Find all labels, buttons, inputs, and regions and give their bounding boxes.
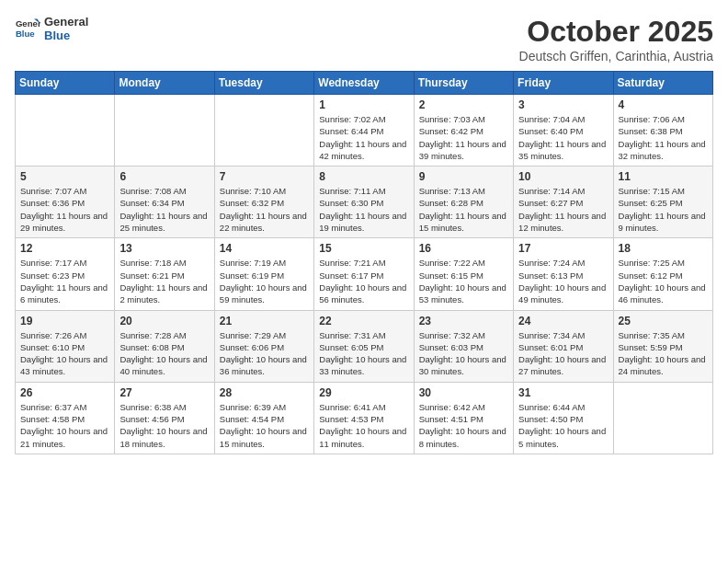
weekday-tuesday: Tuesday (214, 72, 313, 95)
day-info: Sunrise: 7:25 AM Sunset: 6:12 PM Dayligh… (619, 257, 708, 305)
day-cell: 14Sunrise: 7:19 AM Sunset: 6:19 PM Dayli… (214, 238, 313, 310)
day-cell: 26Sunrise: 6:37 AM Sunset: 4:58 PM Dayli… (16, 382, 115, 454)
day-number: 16 (419, 242, 508, 255)
day-cell: 30Sunrise: 6:42 AM Sunset: 4:51 PM Dayli… (414, 382, 513, 454)
day-cell: 15Sunrise: 7:21 AM Sunset: 6:17 PM Dayli… (314, 238, 414, 310)
day-number: 8 (319, 170, 408, 183)
day-info: Sunrise: 6:42 AM Sunset: 4:51 PM Dayligh… (419, 401, 508, 450)
day-cell: 5Sunrise: 7:07 AM Sunset: 6:36 PM Daylig… (16, 167, 115, 238)
logo-blue: Blue (44, 29, 88, 42)
day-cell: 8Sunrise: 7:11 AM Sunset: 6:30 PM Daylig… (314, 167, 414, 238)
day-info: Sunrise: 7:10 AM Sunset: 6:32 PM Dayligh… (220, 185, 309, 234)
header: General Blue General Blue October 2025 D… (15, 15, 713, 63)
day-cell: 24Sunrise: 7:34 AM Sunset: 6:01 PM Dayli… (514, 310, 613, 382)
day-cell: 1Sunrise: 7:02 AM Sunset: 6:44 PM Daylig… (314, 95, 414, 167)
day-number: 27 (119, 386, 209, 399)
day-info: Sunrise: 7:02 AM Sunset: 6:44 PM Dayligh… (319, 113, 408, 162)
weekday-header: SundayMondayTuesdayWednesdayThursdayFrid… (16, 72, 713, 95)
day-info: Sunrise: 7:04 AM Sunset: 6:40 PM Dayligh… (518, 113, 608, 162)
logo-icon: General Blue (15, 16, 40, 41)
day-cell: 17Sunrise: 7:24 AM Sunset: 6:13 PM Dayli… (514, 238, 613, 310)
day-info: Sunrise: 7:35 AM Sunset: 5:59 PM Dayligh… (619, 329, 708, 378)
weekday-friday: Friday (514, 72, 613, 95)
week-row-3: 12Sunrise: 7:17 AM Sunset: 6:23 PM Dayli… (16, 238, 713, 310)
day-cell: 12Sunrise: 7:17 AM Sunset: 6:23 PM Dayli… (16, 238, 115, 310)
week-row-2: 5Sunrise: 7:07 AM Sunset: 6:36 PM Daylig… (16, 167, 713, 238)
day-number: 25 (619, 315, 708, 327)
day-cell: 31Sunrise: 6:44 AM Sunset: 4:50 PM Dayli… (514, 382, 613, 454)
day-info: Sunrise: 7:07 AM Sunset: 6:36 PM Dayligh… (20, 185, 109, 234)
calendar: SundayMondayTuesdayWednesdayThursdayFrid… (15, 71, 713, 454)
day-cell: 10Sunrise: 7:14 AM Sunset: 6:27 PM Dayli… (514, 167, 613, 238)
day-cell: 2Sunrise: 7:03 AM Sunset: 6:42 PM Daylig… (414, 95, 513, 167)
day-number: 5 (20, 170, 109, 183)
day-info: Sunrise: 7:19 AM Sunset: 6:19 PM Dayligh… (220, 257, 309, 305)
day-number: 2 (419, 98, 508, 111)
day-info: Sunrise: 7:28 AM Sunset: 6:08 PM Dayligh… (119, 329, 209, 378)
day-number: 12 (20, 242, 109, 255)
day-number: 24 (518, 315, 608, 327)
day-info: Sunrise: 7:18 AM Sunset: 6:21 PM Dayligh… (119, 257, 209, 305)
day-cell: 16Sunrise: 7:22 AM Sunset: 6:15 PM Dayli… (414, 238, 513, 310)
day-cell: 7Sunrise: 7:10 AM Sunset: 6:32 PM Daylig… (214, 167, 313, 238)
day-info: Sunrise: 6:44 AM Sunset: 4:50 PM Dayligh… (518, 401, 608, 450)
month-title: October 2025 (519, 15, 713, 49)
day-number: 4 (619, 98, 708, 111)
calendar-body: 1Sunrise: 7:02 AM Sunset: 6:44 PM Daylig… (16, 95, 713, 454)
day-cell (16, 95, 115, 167)
day-info: Sunrise: 7:32 AM Sunset: 6:03 PM Dayligh… (419, 329, 508, 378)
day-number: 15 (319, 242, 408, 255)
day-info: Sunrise: 7:34 AM Sunset: 6:01 PM Dayligh… (518, 329, 608, 378)
svg-text:Blue: Blue (16, 29, 35, 39)
day-number: 17 (518, 242, 608, 255)
day-info: Sunrise: 7:13 AM Sunset: 6:28 PM Dayligh… (419, 185, 508, 234)
day-number: 22 (319, 315, 408, 327)
day-cell: 20Sunrise: 7:28 AM Sunset: 6:08 PM Dayli… (115, 310, 214, 382)
day-number: 18 (619, 242, 708, 255)
day-cell: 22Sunrise: 7:31 AM Sunset: 6:05 PM Dayli… (314, 310, 414, 382)
day-number: 28 (220, 386, 309, 399)
day-info: Sunrise: 7:31 AM Sunset: 6:05 PM Dayligh… (319, 329, 408, 378)
day-number: 7 (220, 170, 309, 183)
day-info: Sunrise: 6:37 AM Sunset: 4:58 PM Dayligh… (20, 401, 109, 450)
day-cell: 25Sunrise: 7:35 AM Sunset: 5:59 PM Dayli… (613, 310, 712, 382)
day-info: Sunrise: 7:14 AM Sunset: 6:27 PM Dayligh… (518, 185, 608, 234)
day-cell: 19Sunrise: 7:26 AM Sunset: 6:10 PM Dayli… (16, 310, 115, 382)
day-cell (613, 382, 712, 454)
weekday-monday: Monday (115, 72, 214, 95)
day-cell: 11Sunrise: 7:15 AM Sunset: 6:25 PM Dayli… (613, 167, 712, 238)
day-info: Sunrise: 7:22 AM Sunset: 6:15 PM Dayligh… (419, 257, 508, 305)
day-number: 14 (220, 242, 309, 255)
day-info: Sunrise: 7:08 AM Sunset: 6:34 PM Dayligh… (119, 185, 209, 234)
day-number: 10 (518, 170, 608, 183)
day-number: 9 (419, 170, 508, 183)
weekday-wednesday: Wednesday (314, 72, 414, 95)
day-number: 29 (319, 386, 408, 399)
day-cell (115, 95, 214, 167)
day-info: Sunrise: 7:03 AM Sunset: 6:42 PM Dayligh… (419, 113, 508, 162)
day-number: 19 (20, 315, 109, 327)
day-info: Sunrise: 7:17 AM Sunset: 6:23 PM Dayligh… (20, 257, 109, 305)
day-info: Sunrise: 6:41 AM Sunset: 4:53 PM Dayligh… (319, 401, 408, 450)
day-cell: 4Sunrise: 7:06 AM Sunset: 6:38 PM Daylig… (613, 95, 712, 167)
day-info: Sunrise: 7:15 AM Sunset: 6:25 PM Dayligh… (619, 185, 708, 234)
day-info: Sunrise: 7:21 AM Sunset: 6:17 PM Dayligh… (319, 257, 408, 305)
day-number: 21 (220, 315, 309, 327)
day-info: Sunrise: 7:06 AM Sunset: 6:38 PM Dayligh… (619, 113, 708, 162)
day-info: Sunrise: 7:29 AM Sunset: 6:06 PM Dayligh… (220, 329, 309, 378)
day-cell: 21Sunrise: 7:29 AM Sunset: 6:06 PM Dayli… (214, 310, 313, 382)
day-number: 30 (419, 386, 508, 399)
day-cell: 27Sunrise: 6:38 AM Sunset: 4:56 PM Dayli… (115, 382, 214, 454)
day-cell (214, 95, 313, 167)
day-cell: 3Sunrise: 7:04 AM Sunset: 6:40 PM Daylig… (514, 95, 613, 167)
day-number: 11 (619, 170, 708, 183)
day-number: 20 (119, 315, 209, 327)
day-cell: 28Sunrise: 6:39 AM Sunset: 4:54 PM Dayli… (214, 382, 313, 454)
day-cell: 9Sunrise: 7:13 AM Sunset: 6:28 PM Daylig… (414, 167, 513, 238)
day-number: 13 (119, 242, 209, 255)
day-number: 6 (119, 170, 209, 183)
day-info: Sunrise: 7:26 AM Sunset: 6:10 PM Dayligh… (20, 329, 109, 378)
day-cell: 23Sunrise: 7:32 AM Sunset: 6:03 PM Dayli… (414, 310, 513, 382)
week-row-4: 19Sunrise: 7:26 AM Sunset: 6:10 PM Dayli… (16, 310, 713, 382)
weekday-thursday: Thursday (414, 72, 513, 95)
